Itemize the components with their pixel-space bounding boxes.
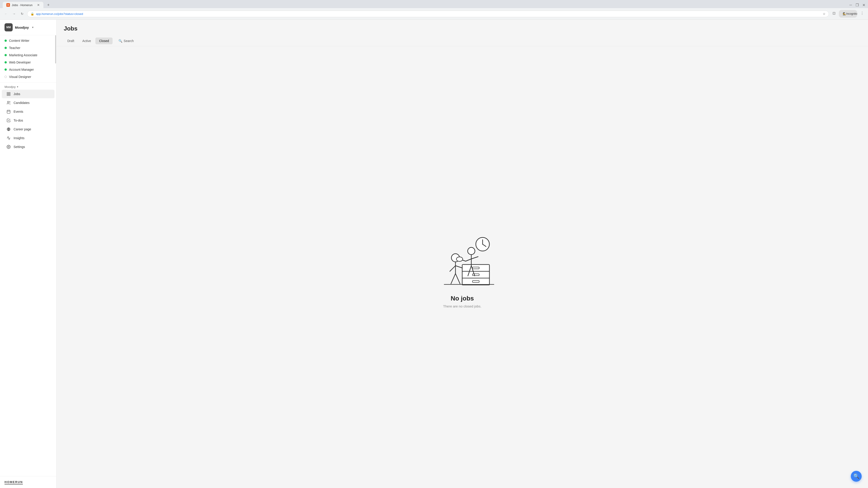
section-title-label: Moodjoy	[4, 85, 16, 89]
sidebar-item-candidates[interactable]: Candidates	[2, 98, 55, 107]
settings-icon	[6, 144, 11, 149]
sidebar-item-insights[interactable]: Insights	[2, 134, 55, 142]
sidebar-item-settings[interactable]: Settings	[2, 142, 55, 151]
page-title: Jobs	[64, 25, 861, 32]
search-icon: 🔍	[119, 39, 122, 43]
nav-label-events: Events	[13, 110, 23, 113]
sidebar-job-1[interactable]: Content Writer	[0, 37, 56, 44]
svg-rect-1	[9, 92, 10, 94]
empty-title: No jobs	[451, 295, 474, 302]
nav-label-settings: Settings	[13, 145, 25, 149]
svg-rect-18	[472, 274, 479, 275]
svg-line-26	[456, 266, 462, 268]
sidebar-footer: HOMERUN	[0, 476, 56, 488]
svg-point-34	[456, 257, 463, 261]
minimize-button[interactable]: ─	[849, 3, 852, 7]
restore-button[interactable]: ❐	[856, 3, 859, 7]
nav-label-insights: Insights	[13, 136, 24, 140]
svg-rect-19	[472, 281, 479, 283]
search-support-icon: 🔍	[853, 473, 860, 479]
sidebar-item-todos[interactable]: To-dos	[2, 116, 55, 125]
events-icon	[6, 109, 11, 114]
sidebar-section-title: Moodjoy ▾	[0, 83, 56, 90]
close-button[interactable]: ✕	[862, 3, 865, 7]
job-status-dot	[4, 76, 7, 78]
scrollbar-thumb	[55, 35, 56, 64]
nav-label-candidates: Candidates	[13, 101, 30, 105]
sidebar-item-jobs[interactable]: Jobs	[2, 90, 55, 98]
job-status-dot	[4, 68, 7, 71]
svg-point-12	[8, 147, 9, 148]
svg-rect-6	[7, 110, 10, 113]
tab-title: Jobs · Homerun	[12, 3, 33, 7]
svg-point-29	[468, 248, 475, 255]
sidebar-jobs-list: Content Writer Teacher Marketing Associa…	[0, 35, 56, 83]
avatar: MM	[4, 23, 13, 31]
todos-icon	[6, 118, 11, 123]
filter-bar: DraftActiveClosed🔍Search	[57, 36, 868, 46]
svg-line-27	[451, 273, 456, 284]
sidebar-scrollbar[interactable]	[55, 35, 56, 82]
sidebar-item-career_page[interactable]: Career page	[2, 125, 55, 133]
support-button[interactable]: 🔍	[851, 471, 862, 482]
workspace-chevron-icon[interactable]: ▾	[32, 26, 33, 29]
incognito-label: Incognito	[848, 11, 855, 17]
job-label: Marketing Associate	[9, 53, 37, 57]
svg-line-32	[471, 257, 478, 259]
svg-rect-0	[7, 92, 8, 94]
browser-toolbar: ← → ↻ 🔒 app.homerun.co/jobs?status=close…	[0, 8, 868, 20]
empty-subtitle: There are no closed jobs.	[443, 304, 481, 308]
empty-illustration	[426, 226, 498, 289]
sidebar-item-events[interactable]: Events	[2, 107, 55, 116]
search-button[interactable]: 🔍Search	[115, 37, 137, 44]
bookmark-icon[interactable]: ☆	[823, 12, 826, 15]
nav-label-todos: To-dos	[13, 119, 23, 122]
address-bar[interactable]: 🔒 app.homerun.co/jobs?status=closed ☆	[27, 11, 829, 17]
filter-active-button[interactable]: Active	[79, 37, 94, 44]
homerun-logo: HOMERUN	[4, 480, 23, 484]
job-label: Account Manager	[9, 68, 34, 71]
section-chevron-icon[interactable]: ▾	[17, 86, 18, 88]
job-label: Teacher	[9, 46, 20, 50]
sidebar-job-6[interactable]: Visual Designer	[0, 73, 56, 80]
svg-line-28	[456, 273, 460, 284]
job-status-dot	[4, 54, 7, 56]
filter-closed-button[interactable]: Closed	[95, 37, 113, 44]
job-label: Web Developer	[9, 61, 31, 64]
url-display: app.homerun.co/jobs?status=closed	[36, 12, 821, 15]
svg-line-25	[450, 266, 456, 271]
job-label: Content Writer	[9, 39, 29, 42]
svg-rect-2	[7, 94, 8, 96]
back-button[interactable]: ←	[3, 11, 9, 17]
workspace-name: Moodjoy	[15, 26, 29, 29]
app-container: MM Moodjoy ▾ Content Writer Teacher Mark…	[0, 20, 868, 488]
sidebar-job-2[interactable]: Teacher	[0, 44, 56, 52]
menu-button[interactable]: ⋮	[859, 10, 865, 16]
sidebar-job-5[interactable]: Account Manager	[0, 66, 56, 73]
svg-point-4	[7, 101, 9, 103]
svg-rect-3	[9, 94, 10, 96]
sidebar-job-4[interactable]: Web Developer	[0, 59, 56, 66]
sidebar: MM Moodjoy ▾ Content Writer Teacher Mark…	[0, 20, 57, 488]
new-tab-button[interactable]: +	[45, 2, 52, 8]
svg-line-31	[466, 259, 471, 261]
incognito-badge: 🕵 Incognito	[839, 10, 857, 18]
job-status-dot	[4, 61, 7, 64]
window-controls: ─ ❐ ✕	[849, 3, 865, 7]
sidebar-job-3[interactable]: Marketing Associate	[0, 52, 56, 59]
job-label: Visual Designer	[9, 75, 31, 78]
svg-point-5	[9, 102, 10, 102]
reload-button[interactable]: ↻	[19, 11, 25, 17]
tab-favicon: H	[6, 3, 10, 7]
filter-draft-button[interactable]: Draft	[64, 37, 78, 44]
main-content: Jobs DraftActiveClosed🔍Search	[57, 20, 868, 488]
sidebar-toggle-button[interactable]: ⊡	[831, 10, 837, 16]
career_page-icon	[6, 127, 11, 131]
tab-close-button[interactable]: ✕	[37, 3, 40, 7]
lock-icon: 🔒	[31, 12, 34, 15]
forward-button[interactable]: →	[11, 11, 17, 17]
job-status-dot	[4, 47, 7, 49]
main-header: Jobs	[57, 20, 868, 36]
candidates-icon	[6, 101, 11, 105]
browser-tab[interactable]: H Jobs · Homerun ✕	[3, 2, 43, 8]
